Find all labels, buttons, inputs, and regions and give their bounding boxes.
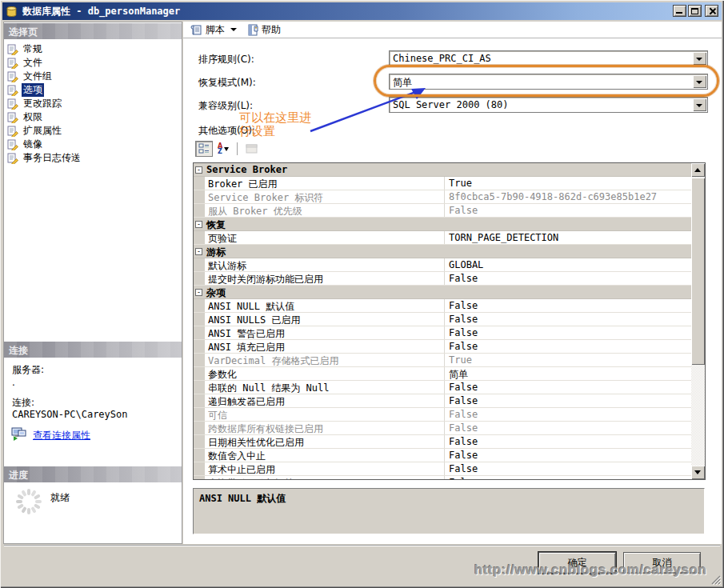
- sidebar-item-label: 文件: [22, 56, 44, 70]
- collapse-icon[interactable]: -: [195, 289, 202, 296]
- property-value[interactable]: False: [445, 462, 691, 475]
- property-value[interactable]: False: [445, 204, 691, 217]
- options-page-pane: 脚本 帮助 排序规则(C): Chinese_PRC_CI_AS 恢复模式(M)…: [183, 22, 722, 544]
- grid-gutter: -: [194, 286, 205, 298]
- categorized-view-button[interactable]: [195, 141, 213, 157]
- property-value[interactable]: 简单: [445, 367, 691, 380]
- grid-property-row[interactable]: ANSI 填充已启用False: [194, 340, 691, 354]
- grid-gutter: [194, 354, 205, 366]
- property-value[interactable]: False: [445, 435, 691, 448]
- collation-combobox[interactable]: Chinese_PRC_CI_AS: [389, 50, 708, 66]
- window-title: 数据库属性 - db_personManager: [22, 5, 180, 18]
- scroll-up-icon[interactable]: [691, 163, 705, 177]
- minimize-button[interactable]: [673, 5, 686, 17]
- grid-property-row[interactable]: 递归触发器已启用False: [194, 394, 691, 408]
- property-value[interactable]: False: [445, 476, 691, 480]
- alphabetical-sort-button[interactable]: AZ: [214, 141, 232, 157]
- grid-gutter: [194, 272, 205, 285]
- grid-property-row[interactable]: 跨数据库所有权链接已启用False: [194, 422, 691, 435]
- property-value[interactable]: False: [445, 381, 691, 394]
- sidebar-item-general[interactable]: 常规: [7, 42, 180, 56]
- property-value[interactable]: 8f0cbca5-7b90-4918-862d-c693e85b1e27: [445, 190, 691, 203]
- view-connection-properties-link[interactable]: 查看连接属性: [33, 429, 90, 442]
- sidebar-item-permissions[interactable]: 权限: [7, 110, 180, 124]
- grid-property-row[interactable]: 页验证TORN_PAGE_DETECTION: [194, 231, 691, 245]
- sidebar-item-files[interactable]: 文件: [7, 56, 180, 70]
- sidebar-item-options[interactable]: 选项: [7, 83, 180, 97]
- grid-scrollbar[interactable]: [691, 163, 705, 479]
- grid-gutter: [194, 422, 205, 434]
- grid-property-row[interactable]: Broker 已启用True: [194, 177, 691, 190]
- sidebar-item-change-tracking[interactable]: 更改跟踪: [7, 97, 180, 110]
- scroll-down-icon[interactable]: [691, 466, 705, 479]
- grid-property-row[interactable]: VarDecimal 存储格式已启用True: [194, 354, 691, 367]
- sidebar-item-mirroring[interactable]: 镜像: [7, 138, 180, 151]
- property-value[interactable]: False: [445, 326, 691, 339]
- database-properties-dialog: 数据库属性 - db_personManager 选择页 常规文件文件组选项更改…: [0, 0, 724, 588]
- collapse-icon[interactable]: -: [195, 221, 202, 228]
- grid-property-row[interactable]: ANSI NULLS 已启用False: [194, 313, 691, 326]
- sidebar-item-log-shipping[interactable]: 事务日志传送: [7, 151, 180, 165]
- property-value[interactable]: False: [445, 340, 691, 353]
- grid-gutter: [194, 408, 205, 421]
- connection-properties-icon: [11, 427, 27, 441]
- sidebar-item-label: 事务日志传送: [22, 151, 82, 165]
- help-icon: [247, 24, 259, 36]
- collapse-icon[interactable]: -: [195, 166, 202, 174]
- grid-property-row[interactable]: 串联的 Null 结果为 NullFalse: [194, 381, 691, 394]
- grid-gutter: -: [194, 218, 205, 230]
- property-value[interactable]: False: [445, 422, 691, 434]
- minimize-icon: [676, 12, 682, 14]
- grid-property-row[interactable]: 参数化简单: [194, 367, 691, 381]
- grid-property-row[interactable]: 可信False: [194, 408, 691, 422]
- grid-property-row[interactable]: Service Broker 标识符8f0cbca5-7b90-4918-862…: [194, 190, 691, 204]
- grid-gutter: [194, 231, 205, 244]
- script-button[interactable]: 脚本: [206, 23, 225, 37]
- property-value[interactable]: False: [445, 272, 691, 285]
- grid-category-row[interactable]: -游标: [194, 245, 691, 258]
- property-name: 提交时关闭游标功能已启用: [205, 272, 445, 285]
- connection-value: CAREYSON-PC\CareySon: [12, 409, 128, 420]
- sidebar-item-label: 文件组: [22, 70, 54, 83]
- property-value[interactable]: GLOBAL: [445, 258, 691, 271]
- property-value[interactable]: False: [445, 299, 691, 312]
- grid-category-row[interactable]: -恢复: [194, 218, 691, 231]
- sidebar-item-extended-props[interactable]: 扩展属性: [7, 124, 180, 138]
- progress-spinner-icon: [13, 486, 45, 518]
- grid-property-row[interactable]: ANSI NULL 默认值False: [194, 299, 691, 313]
- collapse-icon[interactable]: -: [195, 248, 202, 255]
- grid-property-row[interactable]: 日期相关性优化已启用False: [194, 435, 691, 449]
- maximize-button[interactable]: [688, 5, 702, 17]
- grid-gutter: [194, 462, 205, 475]
- script-dropdown-icon[interactable]: [230, 28, 237, 31]
- help-button[interactable]: 帮助: [262, 23, 281, 37]
- grid-property-row[interactable]: 提交时关闭游标功能已启用False: [194, 272, 691, 286]
- property-value[interactable]: True: [445, 177, 691, 190]
- title-bar[interactable]: 数据库属性 - db_personManager: [2, 2, 722, 20]
- grid-category-row[interactable]: -杂项: [194, 286, 691, 299]
- grid-property-row[interactable]: 数值舍入中止False: [194, 449, 691, 462]
- dropdown-arrow-icon[interactable]: [693, 98, 706, 111]
- grid-property-row[interactable]: 允许带引号的标识符False: [194, 476, 691, 480]
- grid-property-row[interactable]: ANSI 警告已启用False: [194, 326, 691, 340]
- property-value[interactable]: False: [445, 449, 691, 462]
- progress-status: 就绪: [50, 491, 70, 505]
- property-name: Broker 已启用: [205, 177, 445, 190]
- property-value[interactable]: False: [445, 408, 691, 421]
- dropdown-arrow-icon[interactable]: [693, 52, 706, 65]
- scrollbar-thumb[interactable]: [691, 178, 705, 365]
- property-value[interactable]: False: [445, 394, 691, 407]
- grid-category-row[interactable]: -Service Broker: [194, 163, 691, 177]
- server-value: .: [12, 377, 15, 388]
- property-name: 日期相关性优化已启用: [205, 435, 445, 448]
- property-value[interactable]: True: [445, 354, 691, 366]
- sidebar-item-filegroups[interactable]: 文件组: [7, 70, 180, 83]
- resize-grip[interactable]: [710, 574, 721, 585]
- grid-property-row[interactable]: 默认游标GLOBAL: [194, 258, 691, 272]
- property-value[interactable]: False: [445, 313, 691, 326]
- grid-property-row[interactable]: 算术中止已启用False: [194, 462, 691, 476]
- grid-property-row[interactable]: 服从 Broker 优先级False: [194, 204, 691, 218]
- close-button[interactable]: [705, 5, 718, 17]
- property-value[interactable]: TORN_PAGE_DETECTION: [445, 231, 691, 244]
- dropdown-arrow-icon[interactable]: [693, 75, 706, 88]
